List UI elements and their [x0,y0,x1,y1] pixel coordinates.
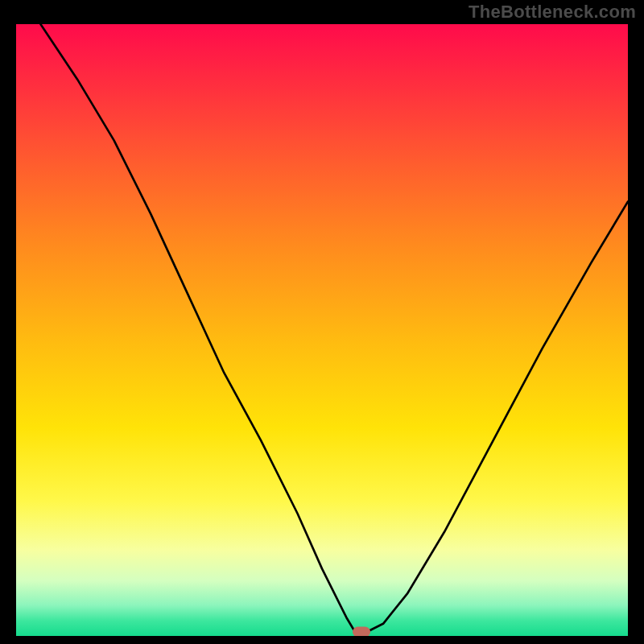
watermark-text: TheBottleneck.com [469,2,636,23]
bottleneck-curve [40,24,628,633]
curve-svg [16,24,628,636]
chart-frame: TheBottleneck.com [0,0,644,644]
optimal-point-marker [353,626,370,636]
plot-area [16,24,628,636]
